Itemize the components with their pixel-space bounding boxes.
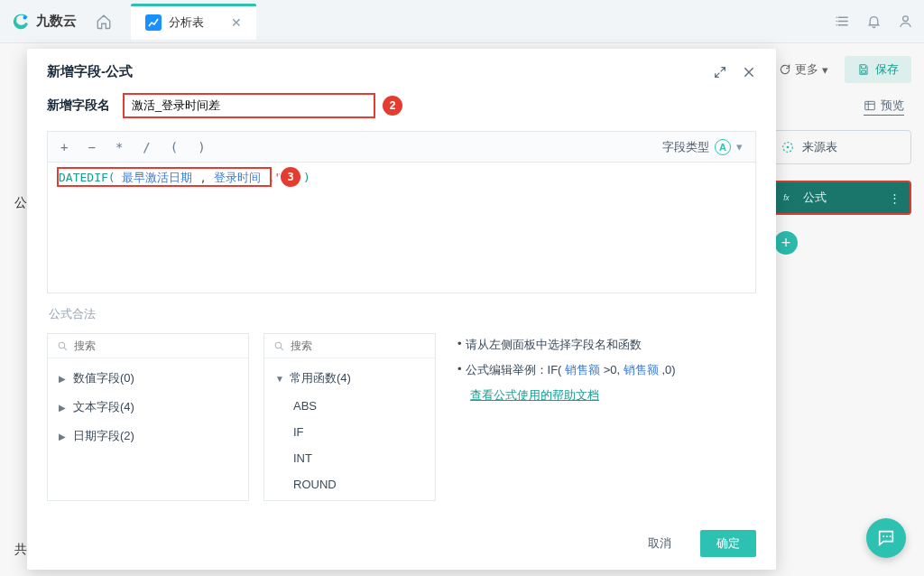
fieldname-row: 新增字段名 2	[47, 93, 756, 118]
fields-panel: ▶数值字段(0) ▶文本字段(4) ▶日期字段(2)	[47, 333, 249, 501]
fields-search	[48, 334, 248, 358]
func-item[interactable]: IF	[264, 419, 435, 445]
modal-title: 新增字段-公式	[47, 63, 713, 80]
tab-analysis[interactable]: 分析表 ✕	[131, 4, 256, 40]
func-item[interactable]: INT	[264, 445, 435, 471]
bell-icon[interactable]	[866, 14, 882, 29]
modal-header: 新增字段-公式	[27, 49, 776, 93]
app-header: 九数云 分析表 ✕	[0, 0, 924, 43]
help-link[interactable]: 查看公式使用的帮助文档	[470, 388, 599, 402]
formula-text: DATEDIF( 最早激活日期 , 登录时间 ,"D" )	[59, 170, 744, 186]
fieldname-input[interactable]	[123, 93, 375, 118]
caret-icon: ▶	[59, 374, 68, 384]
tab-label: 分析表	[169, 14, 204, 31]
fieldname-label: 新增字段名	[47, 98, 110, 114]
badge-3: 3	[281, 167, 300, 187]
cancel-button[interactable]: 取消	[632, 530, 688, 557]
expand-icon[interactable]	[713, 65, 727, 79]
op-mult[interactable]: *	[116, 140, 123, 154]
svg-point-7	[275, 342, 282, 348]
lower-panels: ▶数值字段(0) ▶文本字段(4) ▶日期字段(2) ▼常用函数(4) ABS …	[47, 333, 756, 501]
caret-icon: ▼	[275, 374, 284, 384]
op-rparen[interactable]: )	[198, 140, 205, 154]
list-icon[interactable]	[835, 14, 850, 29]
search-icon	[57, 340, 69, 352]
functions-search	[264, 334, 435, 358]
home-icon	[96, 14, 112, 30]
tree-item[interactable]: ▶数值字段(0)	[48, 364, 248, 393]
svg-point-8	[882, 535, 884, 537]
operator-bar: + − * / ( ) 字段类型 A ▾	[47, 131, 756, 162]
svg-point-1	[903, 16, 909, 22]
type-badge-icon: A	[715, 139, 731, 155]
support-chat-button[interactable]	[866, 518, 906, 558]
functions-panel: ▼常用函数(4) ABS IF INT ROUND	[263, 333, 436, 501]
tree-item[interactable]: ▶文本字段(4)	[48, 393, 248, 422]
caret-icon: ▶	[59, 432, 68, 441]
header-actions	[835, 14, 913, 29]
ok-button[interactable]: 确定	[700, 530, 756, 557]
badge-2: 2	[383, 96, 402, 116]
op-minus[interactable]: −	[88, 140, 95, 154]
field-type-selector[interactable]: 字段类型 A ▾	[662, 139, 743, 155]
modal-footer: 取消 确定	[27, 517, 776, 570]
logo-icon	[11, 12, 31, 32]
chart-icon	[145, 14, 162, 31]
functions-list: ▼常用函数(4) ABS IF INT ROUND	[264, 358, 435, 500]
formula-editor[interactable]: DATEDIF( 最早激活日期 , 登录时间 ,"D" ) 3	[47, 162, 756, 293]
svg-point-0	[23, 15, 27, 19]
caret-icon: ▶	[59, 403, 68, 413]
formula-valid-msg: 公式合法	[49, 306, 754, 322]
op-plus[interactable]: +	[60, 140, 68, 154]
formula-modal: 新增字段-公式 新增字段名 2 + − * / ( ) 字段类型 A ▾	[27, 49, 776, 570]
chat-icon	[876, 528, 896, 548]
func-item[interactable]: ABS	[264, 393, 435, 419]
svg-point-6	[59, 342, 65, 348]
tree-item[interactable]: ▶日期字段(2)	[48, 422, 248, 451]
functions-search-input[interactable]	[291, 339, 426, 352]
op-div[interactable]: /	[143, 140, 150, 154]
op-lparen[interactable]: (	[171, 140, 178, 154]
close-icon[interactable]	[742, 65, 756, 79]
chevron-down-icon: ▾	[736, 140, 743, 153]
fields-search-input[interactable]	[74, 339, 239, 352]
search-icon	[273, 340, 285, 352]
user-icon[interactable]	[898, 14, 913, 29]
home-button[interactable]	[91, 9, 116, 34]
close-icon[interactable]: ✕	[231, 15, 242, 30]
logo-text: 九数云	[36, 13, 77, 30]
svg-point-9	[886, 535, 888, 537]
fields-list: ▶数值字段(0) ▶文本字段(4) ▶日期字段(2)	[48, 358, 248, 500]
tree-item[interactable]: ▼常用函数(4)	[264, 364, 435, 393]
svg-point-10	[890, 535, 892, 537]
help-panel: •请从左侧面板中选择字段名和函数 •公式编辑举例：IF( 销售额 >0, 销售额…	[450, 333, 756, 501]
func-item[interactable]: ROUND	[264, 471, 435, 497]
app-logo: 九数云	[11, 12, 77, 32]
